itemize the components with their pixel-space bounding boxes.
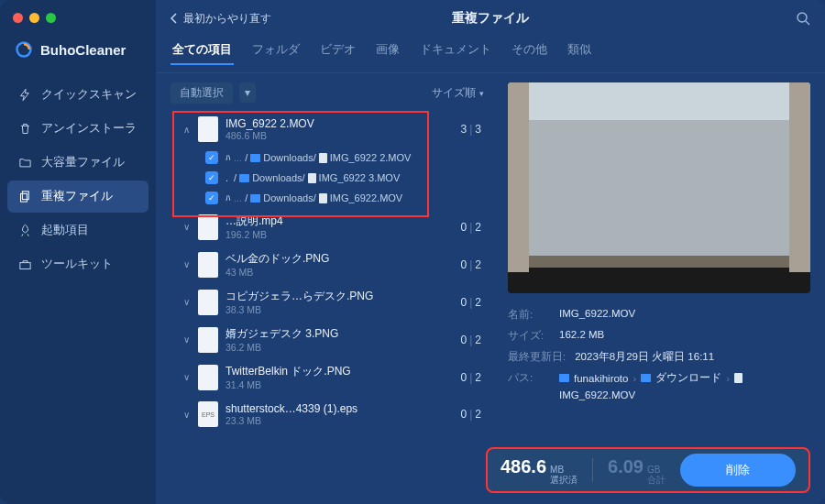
sidebar-item-label: 重複ファイル: [41, 189, 113, 204]
selected-stat: 486.6 MB選択済: [500, 456, 578, 485]
search-icon[interactable]: [796, 11, 810, 26]
file-group: ∨ コピガジェラ…らデスク.PNG 38.3 MB 0|2: [170, 283, 493, 321]
file-thumb-icon: [198, 252, 218, 278]
back-button[interactable]: 最初からやり直す: [170, 11, 271, 27]
file-name: …説明.mp4: [226, 214, 454, 229]
file-size: 196.2 MB: [226, 229, 454, 240]
meta-path-label: パス:: [508, 371, 550, 400]
close-icon[interactable]: [13, 13, 23, 23]
svg-rect-1: [22, 192, 28, 200]
meta-size-label: サイズ:: [508, 329, 550, 343]
file-thumb-icon: [198, 327, 218, 353]
file-group-header[interactable]: ∨ …説明.mp4 196.2 MB 0|2: [174, 208, 490, 246]
svg-point-4: [798, 13, 807, 22]
file-list[interactable]: ∧ IMG_6922 2.MOV 486.6 MB 3|3 ✓ ﾊ.../ Do…: [170, 111, 493, 504]
file-metadata: 名前:IMG_6922.MOV サイズ:162.2 MB 最終更新日:2023年…: [508, 293, 810, 404]
file-group: ∨ ベル金のドック.PNG 43 MB 0|2: [170, 246, 493, 283]
document-icon: [319, 193, 327, 203]
divider: [592, 458, 593, 482]
checkbox-icon[interactable]: ✓: [205, 151, 218, 164]
tab-3[interactable]: 画像: [374, 37, 402, 65]
file-group: ∨ 婿ガジェデスク 3.PNG 36.2 MB 0|2: [170, 321, 493, 358]
sidebar-item-3[interactable]: 重複ファイル: [7, 181, 148, 213]
file-size: 31.4 MB: [226, 379, 454, 390]
tab-0[interactable]: 全ての項目: [170, 37, 234, 65]
copy-icon: [18, 190, 32, 203]
file-name: 婿ガジェデスク 3.PNG: [226, 326, 454, 342]
meta-name-value: IMG_6922.MOV: [559, 308, 635, 322]
file-row[interactable]: ✓ ﾊ.../ Downloads/ IMG_6922 2.MOV: [198, 148, 490, 168]
file-group-header[interactable]: ∨ EPS shutterstock…4339 (1).eps 23.3 MB …: [174, 396, 490, 433]
chevron-down-icon: ∨: [182, 223, 191, 232]
file-group-header[interactable]: ∨ コピガジェラ…らデスク.PNG 38.3 MB 0|2: [174, 283, 490, 321]
file-group-header[interactable]: ∨ ベル金のドック.PNG 43 MB 0|2: [174, 246, 490, 283]
sidebar-item-4[interactable]: 起動項目: [7, 214, 148, 247]
topbar: 最初からやり直す 重複ファイル: [156, 0, 825, 37]
toolbox-icon: [18, 257, 32, 271]
file-row[interactable]: ✓ ./ Downloads/ IMG_6922 3.MOV: [198, 168, 490, 188]
minimize-icon[interactable]: [29, 13, 39, 23]
tab-2[interactable]: ビデオ: [318, 37, 358, 65]
sidebar-item-5[interactable]: ツールキット: [7, 248, 148, 280]
sidebar-item-label: アンインストーラ: [41, 121, 137, 137]
document-icon: [308, 173, 316, 183]
chevron-down-icon: ∨: [182, 373, 191, 382]
svg-rect-2: [21, 193, 28, 202]
tab-4[interactable]: ドキュメント: [418, 37, 493, 65]
file-row[interactable]: ✓ ﾊ.../ Downloads/ IMG_6922.MOV: [198, 188, 490, 208]
folder-icon: [250, 154, 260, 162]
meta-size-value: 162.2 MB: [559, 329, 604, 343]
delete-button[interactable]: 削除: [680, 454, 796, 487]
bolt-icon: [18, 88, 32, 102]
brand-text: BuhoCleaner: [40, 42, 126, 58]
auto-select-button[interactable]: 自動選択: [170, 82, 233, 104]
main: 最初からやり直す 重複ファイル 全ての項目フォルダビデオ画像ドキュメントその他類…: [156, 0, 825, 504]
sort-button[interactable]: サイズ順 ▾: [423, 82, 493, 104]
file-count: 0|2: [461, 371, 483, 384]
document-icon: [319, 153, 327, 163]
tab-5[interactable]: その他: [510, 37, 549, 65]
sidebar-item-0[interactable]: クイックスキャン: [7, 79, 148, 111]
svg-line-5: [806, 21, 809, 25]
checkbox-icon[interactable]: ✓: [205, 171, 218, 184]
file-group: ∨ EPS shutterstock…4339 (1).eps 23.3 MB …: [170, 396, 493, 433]
sidebar-item-2[interactable]: 大容量ファイル: [7, 147, 148, 179]
auto-select-dropdown[interactable]: ▾: [239, 82, 256, 103]
page-title: 重複ファイル: [452, 10, 529, 27]
file-thumb-icon: [198, 214, 218, 240]
file-count: 0|2: [461, 221, 483, 234]
maximize-icon[interactable]: [46, 13, 56, 23]
file-group-header[interactable]: ∨ TwitterBelkin ドック.PNG 31.4 MB 0|2: [174, 358, 490, 396]
file-group-header[interactable]: ∧ IMG_6922 2.MOV 486.6 MB 3|3: [174, 111, 490, 148]
file-group-header[interactable]: ∨ 婿ガジェデスク 3.PNG 36.2 MB 0|2: [174, 321, 490, 358]
file-thumb-icon: EPS: [198, 401, 218, 427]
file-count: 0|2: [461, 296, 483, 309]
file-group: ∨ …説明.mp4 196.2 MB 0|2: [170, 208, 493, 246]
sidebar-item-label: 大容量ファイル: [41, 155, 125, 170]
chevron-up-icon: ∧: [182, 125, 191, 134]
file-name: IMG_6922 2.MOV: [226, 117, 454, 130]
meta-date-value: 2023年8月29日 火曜日 16:11: [575, 350, 714, 364]
folder-icon: [559, 374, 569, 382]
file-group: ∧ IMG_6922 2.MOV 486.6 MB 3|3 ✓ ﾊ.../ Do…: [170, 111, 493, 208]
meta-path-value: funakihiroto›ダウンロード›IMG_6922.MOV: [559, 371, 810, 400]
trash-icon: [18, 122, 32, 136]
sidebar: BuhoCleaner クイックスキャンアンインストーラ大容量ファイル重複ファイ…: [0, 0, 156, 504]
tab-1[interactable]: フォルダ: [250, 37, 302, 65]
window-controls[interactable]: [13, 13, 56, 23]
file-group: ∨ TwitterBelkin ドック.PNG 31.4 MB 0|2: [170, 358, 493, 396]
document-icon: [734, 373, 742, 383]
sidebar-item-1[interactable]: アンインストーラ: [7, 113, 148, 145]
chevron-down-icon: ∨: [182, 298, 191, 307]
tab-6[interactable]: 類似: [566, 37, 593, 65]
preview-image: [508, 82, 810, 293]
brand-icon: [15, 40, 33, 59]
checkbox-icon[interactable]: ✓: [205, 192, 218, 204]
file-size: 486.6 MB: [226, 130, 454, 141]
list-controls: 自動選択 ▾ サイズ順 ▾: [170, 82, 493, 111]
meta-date-label: 最終更新日:: [508, 350, 566, 364]
sidebar-item-label: 起動項目: [41, 223, 89, 238]
chevron-left-icon: [170, 13, 178, 24]
folder-icon: [250, 194, 260, 203]
total-stat: 6.09 GB合計: [608, 456, 666, 485]
